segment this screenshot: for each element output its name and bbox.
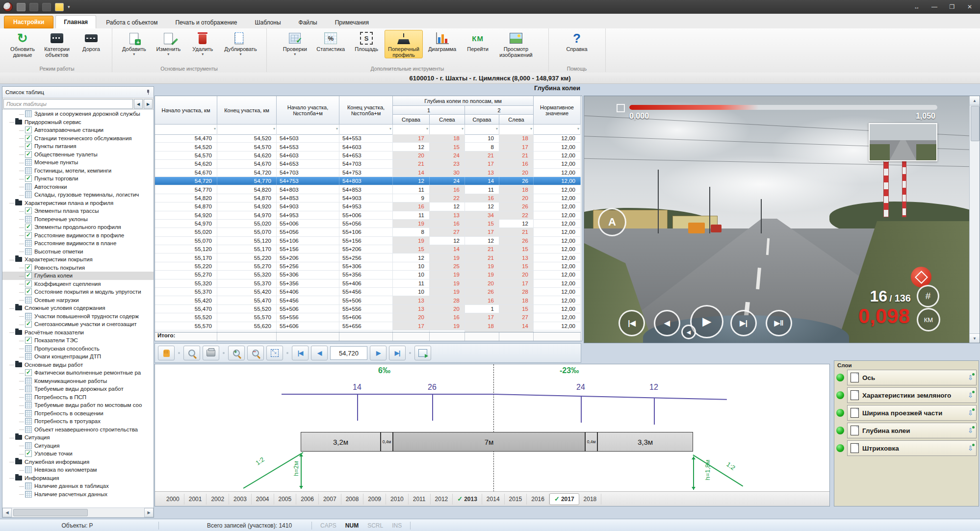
checked-table-icon[interactable]: ✓ xyxy=(25,450,32,457)
tree-item[interactable]: —✓Автозаправочные станции xyxy=(2,126,154,134)
tree-item[interactable]: —Участки повышенной трудности содерж xyxy=(2,312,154,321)
table-row[interactable]: 54,92054,97054+95355+0061113342212,00 xyxy=(155,211,581,220)
table-row[interactable]: 54,52054,57054+55354+603121581712,00 xyxy=(155,143,581,151)
layer-visible-icon[interactable] xyxy=(836,409,844,417)
изменить-button[interactable]: Изменить▾ xyxy=(152,30,184,56)
table-icon[interactable] xyxy=(25,216,32,223)
table-icon[interactable] xyxy=(25,378,32,384)
km-mode-button[interactable]: КМ xyxy=(917,308,940,331)
checked-table-icon[interactable]: ✓ xyxy=(25,151,32,158)
year-tab-2017[interactable]: ✓2017 xyxy=(549,493,579,505)
window-move-icon[interactable]: ↔ xyxy=(909,1,924,12)
table-row[interactable]: 54,47054,52054+50354+5531718101812,00 xyxy=(155,134,581,143)
prev-record-button[interactable]: ◀ xyxy=(311,346,328,360)
search-button[interactable] xyxy=(183,346,200,360)
tree-item[interactable]: —Очаги концентрации ДТП xyxy=(2,353,154,361)
tree-item[interactable]: —Характеристики покрытия xyxy=(2,255,154,264)
filter-cell[interactable]: ▾ xyxy=(430,125,465,135)
tree-item[interactable]: —✓Фактически выполненные ремонтные ра xyxy=(2,369,154,377)
filter-cell[interactable]: ▾ xyxy=(465,125,499,135)
year-tab-2010[interactable]: 2010 xyxy=(386,494,409,505)
table-row[interactable]: 55,12055,17055+15655+2061514211512,00 xyxy=(155,245,581,253)
table-row[interactable]: 55,52055,57055+55655+6062016172712,00 xyxy=(155,313,581,322)
tree-item[interactable]: —✓Элементы продольного профиля xyxy=(2,223,154,231)
checked-table-icon[interactable]: ✓ xyxy=(25,207,32,214)
year-tab-2015[interactable]: 2015 xyxy=(505,494,527,505)
layer-export-icon[interactable]: ⇩ xyxy=(968,445,973,452)
tree-item[interactable]: —✓Узловые точки xyxy=(2,450,154,458)
checked-table-icon[interactable]: ✓ xyxy=(25,264,32,271)
layer-row[interactable]: Ширина проезжей части⇩ xyxy=(836,405,977,420)
tree-item[interactable]: —Объект незавершенного строительства xyxy=(2,426,154,434)
table-icon[interactable] xyxy=(25,353,32,360)
tree-item[interactable]: —Придорожный сервис xyxy=(2,118,154,126)
year-tab-2009[interactable]: 2009 xyxy=(363,494,386,505)
marker-icon[interactable] xyxy=(617,104,625,112)
filter-cell[interactable]: ▾ xyxy=(499,125,534,135)
scroll-right-icon[interactable]: ▶ xyxy=(144,508,154,517)
pan-button[interactable] xyxy=(158,346,175,360)
dropdown-arrow-icon[interactable]: ▾ xyxy=(294,52,296,56)
layer-row[interactable]: Характеристики земляного⇩ xyxy=(836,388,977,403)
table-icon[interactable] xyxy=(25,248,32,255)
layer-visible-icon[interactable] xyxy=(836,444,844,452)
layer-row[interactable]: Штриховка⇩ xyxy=(836,441,977,455)
vscroll-thumb[interactable] xyxy=(971,106,980,141)
frame-mode-button[interactable]: # xyxy=(917,285,939,307)
tree-item[interactable]: —Сложные условия содержания xyxy=(2,304,154,312)
first-record-button[interactable]: |◀ xyxy=(292,346,309,360)
year-tab-2013[interactable]: ✓2013 xyxy=(453,494,482,505)
filter-dropdown-icon[interactable]: ▾ xyxy=(426,126,428,131)
ribbon-tab-Примечания[interactable]: Примечания xyxy=(327,16,377,28)
просмотр-изображений-button[interactable]: Просмотризображений xyxy=(496,30,536,58)
table-icon[interactable] xyxy=(25,394,32,401)
quick-doc2-icon[interactable] xyxy=(42,3,51,11)
table-icon[interactable] xyxy=(25,313,32,320)
table-row[interactable]: 55,07055,12055+10655+1561912122612,00 xyxy=(155,237,581,245)
scroll-thumb[interactable] xyxy=(13,509,88,516)
year-tab-2000[interactable]: 2000 xyxy=(162,494,184,505)
tree-item[interactable]: —Основные виды работ xyxy=(2,361,154,369)
last-record-button[interactable]: ▶| xyxy=(389,346,406,360)
дублировать-button[interactable]: Дублировать▾ xyxy=(221,30,260,56)
filter-dropdown-icon[interactable]: ▾ xyxy=(389,126,391,131)
проверки-button[interactable]: ✓Проверки▾ xyxy=(279,30,311,56)
filter-cell[interactable]: ▾ xyxy=(534,125,581,135)
dropdown-arrow-icon[interactable]: ▾ xyxy=(202,52,204,56)
scroll-left-icon[interactable]: ◀ xyxy=(2,508,12,517)
filter-dropdown-icon[interactable]: ▾ xyxy=(273,126,275,131)
tree-item[interactable]: —Здания и сооружения дорожной службы xyxy=(2,110,154,118)
table-icon[interactable] xyxy=(25,110,32,117)
table-icon[interactable] xyxy=(25,442,32,449)
tree-item[interactable]: —Наличие данных в таблицах xyxy=(2,482,154,490)
table-icon[interactable] xyxy=(25,466,32,473)
layer-row[interactable]: Ось⇩ xyxy=(836,370,977,385)
tree-item[interactable]: —Расстояние видимости в плане xyxy=(2,239,154,248)
pin-icon[interactable] xyxy=(146,90,151,95)
tree-item[interactable]: —✓Снегозаносимые участки и снегозащит xyxy=(2,320,154,329)
tree-item[interactable]: —✓Станции технического обслуживания xyxy=(2,134,154,143)
fit-extent-button[interactable] xyxy=(266,346,283,360)
table-icon[interactable] xyxy=(25,491,32,498)
zoom-in-button[interactable] xyxy=(228,346,245,360)
quick-note-icon[interactable] xyxy=(55,3,64,11)
dropdown-arrow-icon[interactable]: ▾ xyxy=(133,52,135,56)
reverse-direction-button[interactable]: ◀ xyxy=(681,325,696,339)
compass-icon[interactable]: A xyxy=(598,208,626,236)
площадь-button[interactable]: SПлощадь xyxy=(350,30,383,52)
tree-item[interactable]: —✓Пункты питания xyxy=(2,142,154,151)
filter-cell[interactable]: ▾ xyxy=(339,125,393,135)
year-tab-2006[interactable]: 2006 xyxy=(296,494,319,505)
checked-table-icon[interactable]: ✓ xyxy=(25,272,32,279)
table-row[interactable]: 54,62054,67054+65354+7032123171612,00 xyxy=(155,160,581,168)
minimize-button[interactable]: — xyxy=(927,1,942,12)
next-record-button[interactable]: ▶ xyxy=(370,346,387,360)
search-prev-icon[interactable]: ◀ xyxy=(134,99,143,109)
tree-item[interactable]: —✓Коэффициент сцепления xyxy=(2,280,154,288)
checked-table-icon[interactable]: ✓ xyxy=(25,143,32,150)
maximize-button[interactable]: ❐ xyxy=(945,1,959,12)
checked-table-icon[interactable]: ✓ xyxy=(25,175,32,182)
tree-item[interactable]: —✓Глубина колеи xyxy=(2,272,154,280)
print-button[interactable] xyxy=(203,346,219,360)
filter-dropdown-icon[interactable]: ▾ xyxy=(336,126,338,131)
